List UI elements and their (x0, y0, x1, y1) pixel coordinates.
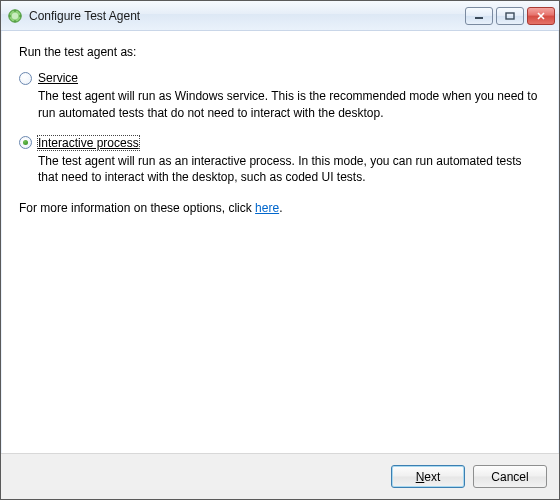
svg-rect-2 (475, 17, 483, 19)
radio-service[interactable] (19, 72, 32, 85)
cancel-button[interactable]: Cancel (473, 465, 547, 488)
dialog-window: Configure Test Agent Run the test agent … (0, 0, 560, 500)
option-service-row[interactable]: Service (19, 71, 541, 85)
option-interactive-row[interactable]: Interactive process (19, 136, 541, 150)
close-button[interactable] (527, 7, 555, 25)
option-service-label[interactable]: Service (38, 71, 78, 85)
content-area: Run the test agent as: Service The test … (1, 31, 559, 453)
minimize-button[interactable] (465, 7, 493, 25)
option-service-description: The test agent will run as Windows servi… (38, 88, 541, 122)
more-info-link[interactable]: here (255, 201, 279, 215)
option-interactive-label[interactable]: Interactive process (38, 136, 139, 150)
svg-point-1 (12, 12, 18, 18)
option-interactive-description: The test agent will run as an interactiv… (38, 153, 541, 187)
window-title: Configure Test Agent (29, 9, 459, 23)
footer: Next Cancel (1, 453, 559, 499)
next-button[interactable]: Next (391, 465, 465, 488)
more-info-text: For more information on these options, c… (19, 200, 541, 217)
option-service: Service The test agent will run as Windo… (19, 71, 541, 122)
more-info-suffix: . (279, 201, 282, 215)
next-button-rest: ext (424, 470, 440, 484)
more-info-prefix: For more information on these options, c… (19, 201, 255, 215)
app-icon (7, 8, 23, 24)
section-heading: Run the test agent as: (19, 45, 541, 59)
svg-rect-3 (506, 13, 514, 19)
option-interactive: Interactive process The test agent will … (19, 136, 541, 187)
titlebar: Configure Test Agent (1, 1, 559, 31)
maximize-button[interactable] (496, 7, 524, 25)
window-controls (465, 7, 555, 25)
radio-interactive[interactable] (19, 136, 32, 149)
